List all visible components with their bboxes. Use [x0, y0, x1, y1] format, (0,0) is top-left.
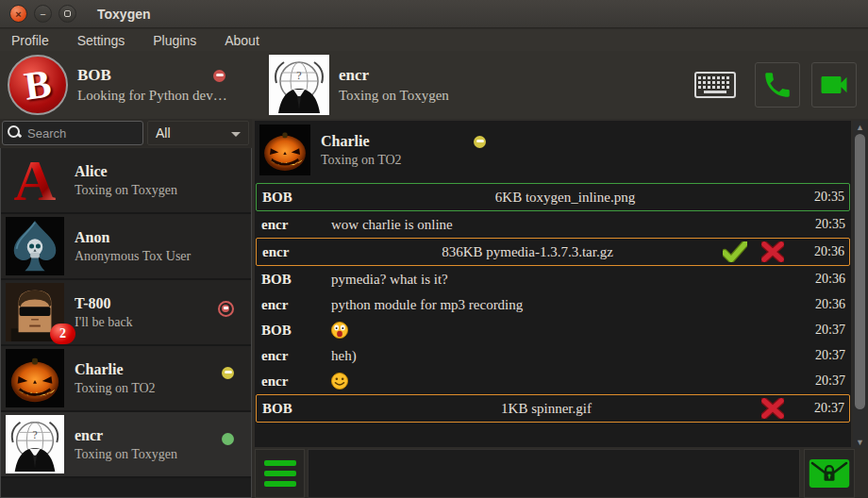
maximize-icon — [64, 10, 71, 17]
keyboard-icon[interactable] — [694, 72, 736, 98]
message-text: wow charlie is online — [331, 217, 799, 233]
composer — [255, 449, 868, 498]
unread-badge: 2 — [50, 324, 75, 344]
self-avatar[interactable]: B — [8, 55, 68, 115]
message-row: BOB 20:37 — [256, 318, 850, 342]
menu-profile[interactable]: Profile — [11, 33, 49, 48]
message-text: heh) — [331, 348, 799, 364]
menu-settings[interactable]: Settings — [77, 33, 125, 48]
header: B BOB Looking for Python dev… ? encr Tox… — [0, 51, 868, 119]
contact-filter-dropdown[interactable]: All — [147, 121, 249, 145]
contact-row-encr[interactable]: ? encr Toxing on Toxygen — [1, 412, 251, 478]
chat-peer-name: Charlie — [321, 133, 402, 150]
chat-scrollbar[interactable]: ▲ ▼ — [853, 121, 867, 448]
menu-plugins[interactable]: Plugins — [153, 33, 196, 48]
message-sender: BOB — [257, 401, 332, 417]
minimize-button[interactable]: − — [34, 5, 52, 23]
message-file-transfer[interactable]: BOB 1KB spinner.gif 20:37 — [256, 394, 850, 423]
shocked-face-emoji-icon — [331, 322, 348, 339]
message-file-transfer[interactable]: encr 836KB pymedia-1.3.7.3.tar.gz 20:36 — [256, 238, 850, 266]
smiling-face-emoji-icon — [331, 373, 348, 390]
conversation-header: ? encr Toxing on Toxygen — [252, 51, 868, 119]
message-sender: encr — [256, 374, 331, 390]
message-row: encr heh) 20:37 — [256, 343, 850, 368]
contact-status-message: Toxing on Toxygen — [75, 447, 177, 462]
contact-name: Anon — [75, 229, 191, 246]
self-status-message: Looking for Python dev… — [77, 88, 227, 104]
scroll-down-icon[interactable]: ▼ — [853, 436, 867, 448]
svg-text:?: ? — [32, 429, 37, 441]
chevron-down-icon — [231, 132, 241, 137]
contact-name: encr — [75, 427, 177, 444]
contact-row-anon[interactable]: Anon Anonymous Tox User — [1, 214, 251, 280]
video-camera-icon — [817, 68, 851, 102]
message-sender: BOB — [257, 190, 332, 206]
self-status-busy-icon[interactable] — [213, 70, 225, 82]
message-emoji — [331, 322, 799, 339]
contact-name: T-800 — [75, 295, 133, 312]
peer-avatar: ? — [269, 55, 329, 115]
status-busy-new-messages-icon — [218, 301, 234, 317]
message-time: 20:37 — [799, 323, 850, 338]
send-button[interactable] — [804, 449, 855, 498]
hamburger-icon — [264, 460, 296, 466]
scrollbar-thumb[interactable] — [855, 134, 865, 409]
search-icon — [7, 124, 22, 140]
message-time: 20:37 — [799, 374, 850, 389]
message-text: python module for mp3 recording — [331, 297, 799, 313]
contact-row-t800[interactable]: 2 T-800 I'll be back — [1, 280, 251, 346]
alice-avatar: A — [5, 150, 65, 210]
message-time: 20:37 — [799, 348, 850, 363]
message-time: 20:35 — [798, 190, 849, 205]
accept-file-button[interactable] — [723, 241, 747, 262]
titlebar: × − Toxygen — [0, 0, 868, 28]
audio-call-button[interactable] — [755, 62, 800, 108]
status-away-icon — [222, 367, 234, 379]
contact-row-alice[interactable]: A Alice Toxing on Toxygen — [1, 148, 251, 214]
svg-text:?: ? — [296, 69, 301, 82]
message-sender: encr — [256, 297, 331, 313]
search-input[interactable] — [2, 121, 143, 145]
contact-status-message: Anonymous Tox User — [75, 249, 191, 264]
video-call-button[interactable] — [811, 62, 857, 108]
message-time: 20:36 — [799, 297, 850, 312]
file-name-size: 836KB pymedia-1.3.7.3.tar.gz — [332, 244, 723, 260]
search-row: All — [0, 119, 252, 147]
message-time: 20:36 — [798, 244, 849, 259]
status-online-icon — [222, 433, 234, 445]
message-input[interactable] — [308, 449, 800, 498]
self-profile[interactable]: B BOB Looking for Python dev… — [0, 51, 252, 119]
cross-icon — [761, 241, 784, 262]
contact-name: Alice — [75, 163, 177, 180]
message-time: 20:36 — [799, 272, 850, 287]
contact-status-message: I'll be back — [75, 315, 133, 330]
chat-peer-avatar — [259, 124, 311, 176]
message-file-transfer[interactable]: BOB 6KB toxygen_inline.png 20:35 — [256, 183, 850, 211]
decline-file-button[interactable] — [760, 241, 785, 262]
message-emoji — [331, 373, 799, 390]
message-sender: encr — [256, 348, 331, 364]
maximize-button[interactable] — [58, 5, 76, 23]
message-time: 20:35 — [799, 217, 850, 232]
message-sender: BOB — [256, 272, 331, 288]
message-row: encr wow charlie is online 20:35 — [256, 212, 850, 237]
attachment-menu-button[interactable] — [255, 449, 305, 498]
message-text: pymedia? what is it? — [331, 272, 799, 288]
check-icon — [723, 241, 747, 262]
message-sender: encr — [256, 217, 331, 233]
cross-icon — [761, 398, 784, 419]
peer-status-message: Toxing on Toxygen — [339, 88, 449, 104]
contact-list: A Alice Toxing on Toxygen Anon Anonymous… — [0, 148, 252, 498]
chat-history: Charlie Toxing on TO2 BOB 6KB toxygen_in… — [255, 121, 851, 447]
contact-name: Charlie — [75, 361, 156, 378]
close-button[interactable]: × — [9, 5, 27, 23]
message-row: encr python module for mp3 recording 20:… — [256, 292, 850, 317]
contact-row-charlie[interactable]: Charlie Toxing on TO2 — [1, 346, 251, 412]
menu-about[interactable]: About — [225, 33, 259, 48]
scroll-up-icon[interactable]: ▲ — [853, 121, 867, 133]
window-controls: × − — [9, 5, 76, 23]
message-row: encr 20:37 — [256, 369, 850, 393]
menubar: Profile Settings Plugins About — [0, 29, 868, 51]
cancel-file-button[interactable] — [760, 398, 785, 419]
contact-status-message: Toxing on TO2 — [75, 381, 156, 396]
